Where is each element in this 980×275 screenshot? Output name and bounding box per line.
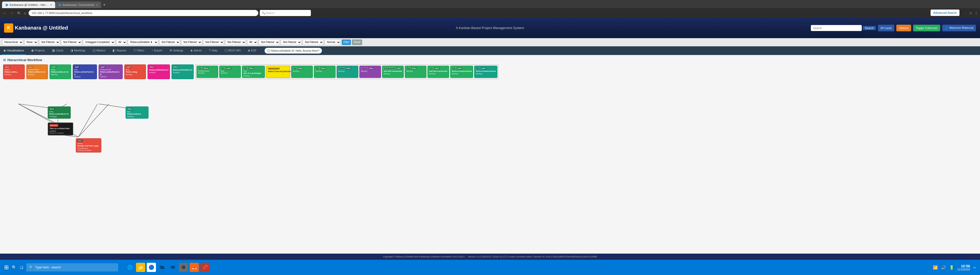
card-title: RebeccaShafield-13 [173, 69, 192, 71]
show-desktop-button[interactable]: ▭ [973, 266, 976, 269]
card-epic-6[interactable]: Epic GDF and will connected Backlog [428, 66, 449, 78]
child-card-1[interactable]: RDS Story RebeccaShafield-15 Untagged [48, 106, 71, 119]
card-title: this is a prototype [243, 72, 263, 74]
taskbar-search-bar[interactable]: 🔍 Type here - search [26, 263, 118, 272]
card-highlighted[interactable]: HIGHLIGHT Sd91217bbcd12p4812bc [266, 66, 290, 78]
nav-reports[interactable]: ◧ Reports [111, 46, 128, 55]
taskbar-icon-firefox[interactable]: 🦊 [189, 263, 199, 272]
nav-visualisations[interactable]: ◈ Visualisations [2, 46, 25, 55]
refresh-button[interactable]: ↻ [16, 10, 21, 16]
card-epic-2[interactable]: Epic GDS Bug Backlog [219, 66, 241, 78]
taskbar-icon-app1[interactable]: 📌 [200, 263, 210, 272]
card-epic-3[interactable]: Epic RDS Epic this is a prototype Backlo… [242, 66, 265, 78]
header-search-input[interactable] [811, 25, 862, 31]
filter-tag-select[interactable]: Untagged-Completed [83, 40, 115, 45]
blocked-card[interactable]: Blocked This is a critical item Analysis… [48, 122, 73, 136]
options-button[interactable]: Options [896, 25, 911, 31]
nav-meetings[interactable]: ◑ Meetings [69, 46, 87, 55]
tab-close-2[interactable]: ✕ [96, 3, 98, 6]
card-title: RebeccaSha-5 [127, 113, 147, 115]
filter-notfiltered-9[interactable]: Not Filtered [303, 40, 324, 45]
nav-metrics[interactable]: ◫ Metrics [91, 46, 107, 55]
card-enhancement-2[interactable]: GDF Enhancement RebeccaShaField-G-D Defi… [99, 65, 123, 79]
filter-notfiltered-4[interactable]: Not Filtered [181, 40, 202, 45]
card-pink-1[interactable]: RDS RebeccaShafield-13 Analysis [148, 65, 170, 79]
task-view-button[interactable]: ❑ [20, 266, 23, 269]
nav-help[interactable]: ? Help [207, 46, 219, 55]
taskbar-icon-store[interactable]: 🛍 [158, 263, 167, 272]
filter-notfiltered-3[interactable]: Not Filtered [159, 40, 180, 45]
windows-start-button[interactable]: ⊞ [4, 264, 9, 271]
nav-export[interactable]: ↑ Export [150, 46, 164, 55]
filter-all-1[interactable]: All [116, 40, 127, 45]
nav-cards[interactable]: ▦ Cards [51, 46, 65, 55]
card-defect-1[interactable]: RDS Defect RebeccaSha... Backlog [3, 65, 25, 79]
nav-ksf[interactable]: ◈ KSF [246, 46, 258, 55]
browser-menu-icon[interactable]: ⋮ [974, 11, 978, 15]
tab-close-1[interactable]: ✕ [50, 3, 52, 6]
nav-admin[interactable]: ◈ Admin [189, 46, 203, 55]
cortana-search-icon[interactable]: 🔍 [12, 265, 17, 270]
nav-projects[interactable]: ◉ Projects [30, 46, 46, 55]
card-bug-2[interactable]: GDF Bug Point a Bug Backlog [124, 65, 146, 79]
cards-count-button[interactable]: 28 Cards [878, 25, 894, 31]
filter-notfiltered-1[interactable]: Not Filtered [39, 40, 60, 45]
bookmark-star-icon[interactable]: ☆ [969, 11, 972, 15]
epic-label-7: Epic [452, 68, 456, 69]
card-epic-5[interactable]: Epic RDS Backlog [314, 66, 336, 78]
browser-tab-2[interactable]: 🔷 Kanbanara / Screenshots ✕ [55, 2, 101, 8]
card-enhancement-1[interactable]: GDS Enhancement RebeccaSha-G-13 Backlog [26, 65, 48, 79]
taskbar-icon-chrome[interactable]: 🔵 [147, 263, 156, 272]
filter-normal-select[interactable]: Normal [325, 40, 341, 45]
card-epic-4[interactable]: Epic RDS Backlog [291, 66, 313, 78]
browser-search-bar[interactable]: 🔍 Search [260, 10, 311, 16]
child-card-2[interactable]: RDS Bug RebeccaSha-5 Backlog [126, 106, 148, 119]
new-tab-button[interactable]: + [101, 2, 107, 8]
card-title: Point a Bug [126, 71, 145, 73]
taskbar-icon-settings[interactable]: ⚙ [179, 263, 188, 272]
card-type: Defect [5, 69, 23, 71]
card-epic-7[interactable]: Epic GDF Extra enchancement Backlog [450, 66, 473, 78]
filter-notfiltered-8[interactable]: Not Filtered [281, 40, 302, 45]
filter-assignee-select[interactable]: RebeccaShafield ▼ [128, 40, 158, 45]
card-enhancement-3[interactable]: Enhancement GDF and will connected Backl… [382, 66, 404, 78]
toggle-fullscreen-button[interactable]: Toggle Fullscreen [913, 25, 940, 31]
browser-url-bar[interactable]: 192.168.1.77:8081/visuals/hierarchical_w… [29, 10, 258, 16]
card-feature-1[interactable]: Feature RDS Backlog [337, 66, 358, 78]
feature-label-1: Feature [338, 68, 345, 69]
card-teal-1[interactable]: RDS RebeccaShafield-13 Analysis [172, 65, 194, 79]
filter-notfiltered-7[interactable]: Not Filtered [259, 40, 280, 45]
home-button[interactable]: ⌂ [23, 10, 27, 16]
filter-none-select[interactable]: None [24, 40, 38, 45]
app-logo-icon: K [4, 24, 13, 33]
nav-filters[interactable]: ▽ Filters [132, 46, 146, 55]
taskbar-icon-explorer[interactable]: 📁 [136, 263, 145, 272]
browser-chrome: 🔷 Kanbanara @ Untitled – Hier… ✕ 🔷 Kanba… [0, 0, 980, 18]
filter-apply-button[interactable]: Filter [342, 40, 351, 45]
filter-reset-button[interactable]: Reset [352, 40, 362, 45]
filter-notfiltered-5[interactable]: Not Filtered [203, 40, 224, 45]
welcome-button[interactable]: 👤 Welcome Rebeccal [942, 25, 976, 31]
card-bug-1[interactable]: GDF Bug RebeccaShaField-G-D Defined [73, 65, 97, 79]
filters-icon: ▽ [134, 49, 136, 52]
advanced-search-label[interactable]: Advanced Search [931, 9, 959, 16]
filter-notfiltered-2[interactable]: Not Filtered [61, 40, 82, 45]
card-story-1[interactable]: GDF Story RebeccaSha-G-13 Backlog [49, 65, 71, 79]
back-button[interactable]: ← [2, 10, 8, 16]
taskbar-icon-mail[interactable]: ✉ [168, 263, 177, 272]
filter-notfiltered-6[interactable]: Not Filtered [225, 40, 246, 45]
nav-settings[interactable]: ⚙ Settings [168, 46, 185, 55]
filter-all-2[interactable]: All [247, 40, 258, 45]
filter-view-select[interactable]: Hierarchical [2, 40, 23, 45]
epic-label-6: Epic [429, 68, 434, 69]
header-search-button[interactable]: Search [863, 26, 876, 30]
card-feature-2[interactable]: Feature RDS Backlog [360, 66, 381, 78]
browser-tab-active[interactable]: 🔷 Kanbanara @ Untitled – Hier… ✕ [2, 2, 55, 8]
defect-child-card[interactable]: RDS Defect Design and find a gap Develop… [76, 138, 101, 153]
card-epic-8[interactable]: Epic GDF Extra enchancement Backlog [474, 66, 497, 78]
nav-rest-api[interactable]: ⬡ REST API [223, 46, 242, 55]
taskbar-icon-edge[interactable]: 🌐 [125, 263, 135, 272]
card-bug-3[interactable]: Bug RDS Backlog [405, 66, 426, 78]
forward-button[interactable]: → [9, 10, 15, 16]
card-epic-1[interactable]: Epic RDS Enhancement Backlog [197, 66, 218, 78]
